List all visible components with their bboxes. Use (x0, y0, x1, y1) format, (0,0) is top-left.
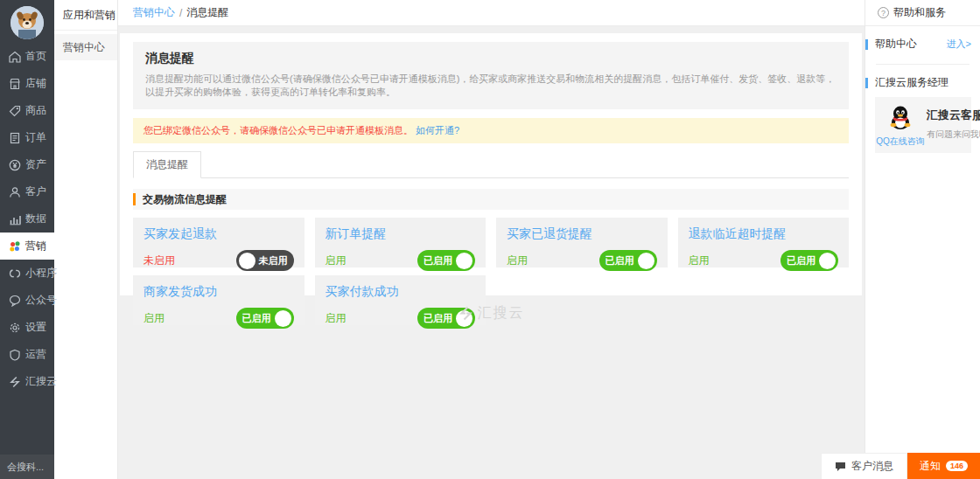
tab-message-remind[interactable]: 消息提醒 (133, 151, 201, 178)
customer-message-label: 客户消息 (851, 459, 893, 474)
sidebar-item-orders[interactable]: 订单 (0, 124, 54, 151)
sidebar-item-customers[interactable]: 客户 (0, 178, 54, 205)
page-header: 消息提醒 消息提醒功能可以通过微信公众号(请确保微信公众号已申请开通模板消息)，… (133, 42, 849, 109)
banner-text: 您已绑定微信公众号，请确保微信公众号已申请开通模板消息。 (144, 125, 413, 135)
marketing-flower-icon (8, 240, 21, 253)
main-area: 营销中心 / 消息提醒 消息提醒 消息提醒功能可以通过微信公众号(请确保微信公众… (118, 0, 864, 479)
toggle-switch[interactable]: 已启用 (780, 250, 838, 271)
main-sidebar: 首页店铺商品订单资产客户数据营销小程序公众号设置运营汇搜云 会搜科... (0, 0, 54, 479)
sidebar-item-home[interactable]: 首页 (0, 43, 54, 70)
sub-sidebar-item-marketing-center[interactable]: 营销中心 (54, 34, 117, 60)
sidebar-item-official[interactable]: 公众号 (0, 287, 54, 314)
toggle-knob (239, 253, 256, 269)
shop-icon (8, 77, 21, 90)
toggle-label: 已启用 (602, 254, 638, 267)
sidebar-item-shop[interactable]: 店铺 (0, 70, 54, 97)
sidebar-item-label: 首页 (25, 49, 46, 64)
sub-sidebar: 应用和营销 营销中心 (54, 0, 118, 479)
card-status-row: 启用已启用 (326, 250, 476, 271)
sidebar-item-label: 店铺 (25, 76, 46, 91)
sidebar-item-label: 订单 (25, 130, 46, 145)
toggle-switch[interactable]: 已启用 (599, 250, 657, 271)
card-title-link[interactable]: 买家付款成功 (326, 284, 476, 300)
toggle-label: 未启用 (256, 254, 291, 267)
official-account-icon (8, 294, 21, 307)
toggle-switch[interactable]: 已启用 (417, 250, 475, 271)
sidebar-item-label: 小程序 (25, 266, 57, 281)
wechat-binding-banner: 您已绑定微信公众号，请确保微信公众号已申请开通模板消息。 如何开通? (133, 118, 849, 143)
service-manager-row: 汇搜云服务经理 (865, 75, 980, 90)
card-title-link[interactable]: 退款临近超时提醒 (689, 226, 839, 242)
help-panel-header: ? 帮助和服务 (865, 0, 980, 26)
floating-buttons: 客户消息 通知 146 (821, 453, 980, 479)
sidebar-item-miniprogram[interactable]: 小程序 (0, 260, 54, 287)
service-agent-name: 汇搜云客服 (927, 108, 980, 123)
qq-card-left: QQ在线咨询 (880, 104, 920, 148)
order-doc-icon (8, 131, 21, 144)
sidebar-item-goods[interactable]: 商品 (0, 97, 54, 124)
sidebar-item-settings[interactable]: 设置 (0, 314, 54, 341)
sidebar-item-label: 营销 (25, 239, 46, 253)
notify-count-badge: 146 (946, 461, 968, 471)
notify-button[interactable]: 通知 146 (907, 453, 980, 479)
gear-icon (8, 321, 21, 334)
huisou-logo-icon (8, 375, 21, 388)
card-status-text: 启用 (507, 253, 528, 268)
card-status-text: 启用 (689, 253, 710, 268)
card-status-text: 未启用 (144, 253, 175, 268)
avatar[interactable] (10, 6, 44, 39)
toggle-label: 已启用 (420, 254, 456, 267)
card-title-link[interactable]: 商家发货成功 (144, 284, 294, 300)
card-title-link[interactable]: 新订单提醒 (326, 226, 476, 242)
help-center-row: 帮助中心 进入> (865, 37, 980, 52)
sub-sidebar-title: 应用和营销 (54, 0, 117, 31)
sidebar-item-label: 数据 (25, 212, 46, 226)
breadcrumb-parent-link[interactable]: 营销中心 (133, 5, 175, 20)
card-status-row: 启用已启用 (507, 250, 657, 271)
dog-avatar-image (10, 6, 44, 39)
qq-penguin-icon (887, 104, 914, 130)
section-title: 交易物流信息提醒 (143, 192, 227, 207)
sidebar-item-label: 公众号 (25, 293, 57, 308)
sidebar-item-operation[interactable]: 运营 (0, 341, 54, 368)
content-panel: 消息提醒 消息提醒功能可以通过微信公众号(请确保微信公众号已申请开通模板消息)，… (120, 33, 862, 295)
breadcrumb-current: 消息提醒 (186, 5, 228, 20)
sidebar-item-label: 运营 (25, 347, 46, 362)
sidebar-item-label: 资产 (25, 157, 46, 172)
service-manager-accent-bar (865, 78, 868, 88)
breadcrumb-separator: / (179, 7, 182, 19)
help-center-title: 帮助中心 (875, 37, 947, 52)
card-status-row: 未启用未启用 (144, 250, 294, 271)
watermark-text: 汇搜云 (478, 304, 525, 323)
breadcrumb: 营销中心 / 消息提醒 (118, 0, 864, 26)
miniprogram-icon (8, 267, 21, 280)
watermark: 汇搜云 (118, 304, 864, 323)
tab-bar: 消息提醒 (133, 151, 849, 178)
sidebar-item-huisou[interactable]: 汇搜云 (0, 368, 54, 395)
sidebar-item-label: 设置 (25, 320, 46, 335)
home-icon (8, 50, 21, 63)
data-chart-icon (8, 212, 21, 226)
sidebar-item-data[interactable]: 数据 (0, 205, 54, 233)
toggle-switch[interactable]: 未启用 (236, 250, 294, 271)
card-title-link[interactable]: 买家发起退款 (144, 226, 294, 242)
page-title: 消息提醒 (145, 51, 836, 66)
sidebar-menu: 首页店铺商品订单资产客户数据营销小程序公众号设置运营汇搜云 (0, 43, 54, 395)
sidebar-item-label: 商品 (25, 103, 46, 118)
customer-message-button[interactable]: 客户消息 (821, 453, 907, 479)
notification-card: 新订单提醒启用已启用 (315, 218, 486, 267)
how-to-enable-link[interactable]: 如何开通? (416, 125, 459, 135)
toggle-label: 已启用 (783, 254, 819, 267)
qq-online-consult-link[interactable]: QQ在线咨询 (876, 135, 925, 148)
help-panel-title: 帮助和服务 (893, 5, 946, 20)
sidebar-item-marketing[interactable]: 营销 (0, 233, 54, 260)
notification-card: 买家发起退款未启用未启用 (133, 218, 304, 267)
help-center-enter-link[interactable]: 进入> (947, 38, 971, 51)
goods-tag-icon (8, 104, 21, 117)
card-title-link[interactable]: 买家已退货提醒 (507, 226, 657, 242)
sidebar-footer-company[interactable]: 会搜科... (0, 455, 54, 479)
sidebar-item-assets[interactable]: 资产 (0, 151, 54, 178)
shield-icon (8, 348, 21, 361)
chat-bubble-icon (835, 462, 846, 472)
notification-card: 买家已退货提醒启用已启用 (496, 218, 668, 267)
